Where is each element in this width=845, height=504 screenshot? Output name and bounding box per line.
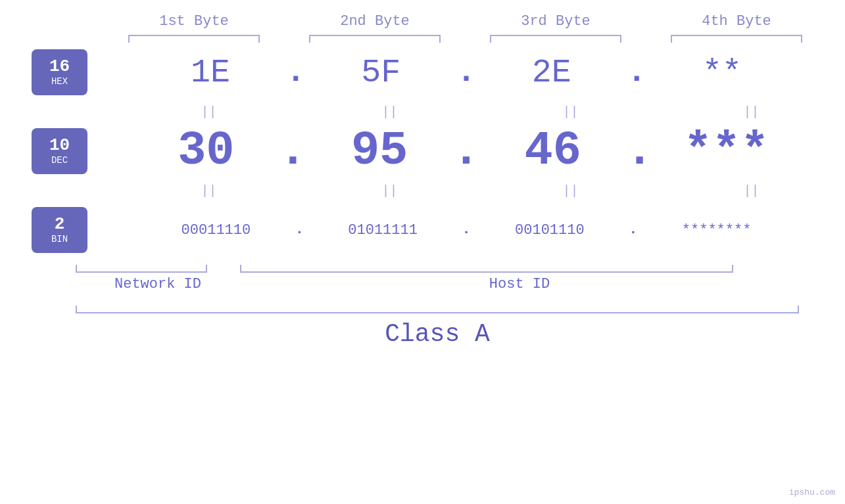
host-id-label: Host ID [273, 276, 766, 292]
equals-row-1: || || || || [118, 102, 842, 122]
bin-values: 00011110 . 01011111 . 00101110 . *******… [87, 222, 845, 239]
byte-header-1: 1st Byte [122, 13, 266, 30]
bottom-bracket-host [240, 265, 733, 273]
hex-dot-1: . [286, 56, 306, 89]
dec-badge-label: DEC [51, 155, 68, 166]
bin-badge: 2 BIN [32, 207, 87, 253]
dec-badge: 10 DEC [32, 128, 87, 174]
bottom-brackets-row [76, 265, 799, 273]
hex-dot-3: . [627, 56, 646, 89]
bin-byte-4: ******** [651, 222, 783, 239]
dec-row: 10 DEC 30 . 95 . 46 . *** [0, 122, 845, 181]
id-labels-row: Network ID Host ID [76, 276, 799, 292]
bin-dot-2: . [462, 223, 470, 237]
dec-dot-3: . [625, 127, 654, 175]
hex-byte-1: 1E [145, 54, 276, 91]
eq2-4: || [686, 183, 817, 198]
bracket-4 [671, 35, 802, 43]
dec-byte-3: 46 [487, 124, 619, 178]
hex-byte-2: 5F [315, 54, 447, 91]
bracket-1 [128, 35, 260, 43]
bin-badge-label: BIN [51, 234, 68, 244]
eq2-1: || [143, 183, 275, 198]
eq-4: || [686, 104, 817, 120]
eq2-2: || [324, 183, 456, 198]
bracket-3 [490, 35, 621, 43]
bottom-bracket-network [76, 265, 207, 273]
bin-dot-3: . [629, 223, 637, 237]
hex-badge-num: 16 [49, 58, 70, 75]
eq-3: || [505, 104, 637, 120]
hex-byte-3: 2E [486, 54, 617, 91]
eq-1: || [143, 104, 275, 120]
hex-dot-2: . [456, 56, 476, 89]
full-bottom-bracket [76, 306, 799, 313]
bracket-2 [309, 35, 441, 43]
dec-dot-2: . [452, 127, 480, 175]
eq2-3: || [505, 183, 637, 198]
bin-byte-2: 01011111 [317, 222, 448, 239]
hex-badge: 16 HEX [32, 49, 87, 95]
eq-2: || [324, 104, 456, 120]
hex-row: 16 HEX 1E . 5F . 2E . ** [0, 43, 845, 102]
main-container: 1st Byte 2nd Byte 3rd Byte 4th Byte 16 H… [0, 0, 845, 504]
top-brackets [104, 35, 827, 43]
network-id-label: Network ID [76, 276, 240, 292]
bin-byte-1: 00011110 [150, 222, 281, 239]
class-label: Class A [76, 320, 799, 348]
byte-header-2: 2nd Byte [302, 13, 447, 30]
hex-values: 1E . 5F . 2E . ** [87, 54, 845, 91]
bin-badge-num: 2 [55, 216, 65, 233]
dec-values: 30 . 95 . 46 . *** [87, 124, 845, 178]
dec-dot-1: . [279, 127, 307, 175]
equals-row-2: || || || || [118, 181, 842, 200]
watermark: ipshu.com [789, 488, 835, 497]
bin-dot-1: . [295, 223, 304, 237]
hex-byte-4: ** [656, 54, 788, 91]
dec-byte-4: *** [661, 124, 792, 178]
hex-badge-label: HEX [51, 76, 68, 87]
bin-row: 2 BIN 00011110 . 01011111 . 00101110 . *… [0, 200, 845, 260]
dec-byte-1: 30 [140, 124, 272, 178]
bin-byte-3: 00101110 [484, 222, 616, 239]
dec-badge-num: 10 [49, 137, 70, 154]
byte-header-4: 4th Byte [664, 13, 809, 30]
byte-header-3: 3rd Byte [483, 13, 628, 30]
dec-byte-2: 95 [314, 124, 445, 178]
byte-headers: 1st Byte 2nd Byte 3rd Byte 4th Byte [104, 13, 827, 30]
